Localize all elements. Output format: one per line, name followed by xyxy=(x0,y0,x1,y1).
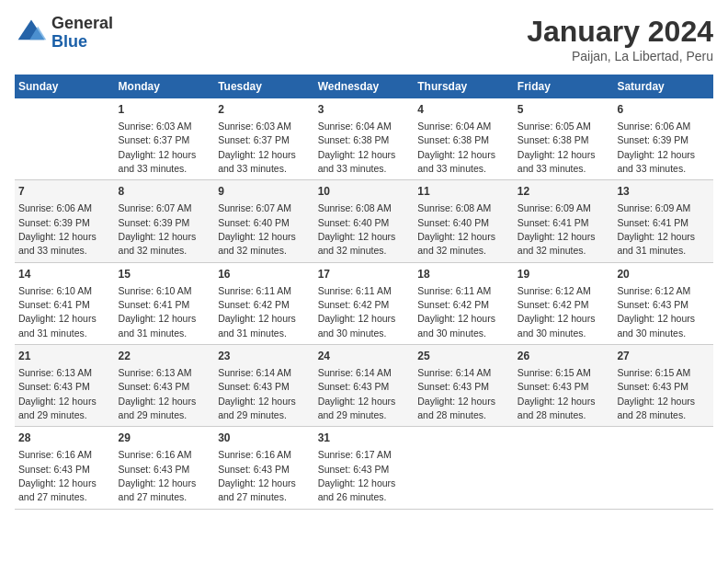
day-number: 10 xyxy=(318,184,411,200)
sunrise-text: Sunrise: 6:15 AM xyxy=(617,367,690,378)
sunrise-text: Sunrise: 6:09 AM xyxy=(518,202,591,213)
day-number: 18 xyxy=(417,267,510,282)
sunrise-text: Sunrise: 6:04 AM xyxy=(318,121,392,132)
sunset-text: Sunset: 6:42 PM xyxy=(318,299,390,310)
calendar-week-row: 14 Sunrise: 6:10 AM Sunset: 6:41 PM Dayl… xyxy=(15,262,713,344)
sunset-text: Sunset: 6:41 PM xyxy=(518,217,589,228)
sunrise-text: Sunrise: 6:09 AM xyxy=(617,202,690,213)
calendar-cell: 1 Sunrise: 6:03 AM Sunset: 6:37 PM Dayli… xyxy=(115,98,215,180)
sunrise-text: Sunrise: 6:11 AM xyxy=(218,285,291,296)
sunset-text: Sunset: 6:43 PM xyxy=(218,381,290,392)
sunset-text: Sunset: 6:40 PM xyxy=(318,217,390,228)
sunset-text: Sunset: 6:38 PM xyxy=(417,134,489,145)
sunrise-text: Sunrise: 6:17 AM xyxy=(318,449,392,460)
day-number: 11 xyxy=(417,184,510,200)
calendar-cell: 11 Sunrise: 6:08 AM Sunset: 6:40 PM Dayl… xyxy=(414,180,514,262)
sunset-text: Sunset: 6:39 PM xyxy=(617,134,688,145)
daylight-text: Daylight: 12 hours and 33 minutes. xyxy=(417,149,495,174)
daylight-text: Daylight: 12 hours and 27 minutes. xyxy=(119,477,197,502)
daylight-text: Daylight: 12 hours and 33 minutes. xyxy=(119,149,197,174)
sunrise-text: Sunrise: 6:07 AM xyxy=(119,202,192,213)
daylight-text: Daylight: 12 hours and 33 minutes. xyxy=(218,149,296,174)
sunset-text: Sunset: 6:43 PM xyxy=(18,381,90,392)
sunrise-text: Sunrise: 6:06 AM xyxy=(617,121,690,132)
sunset-text: Sunset: 6:43 PM xyxy=(119,464,190,475)
calendar-cell: 28 Sunrise: 6:16 AM Sunset: 6:43 PM Dayl… xyxy=(15,427,115,509)
sunrise-text: Sunrise: 6:08 AM xyxy=(318,202,392,213)
sunrise-text: Sunrise: 6:11 AM xyxy=(417,285,491,296)
calendar-cell: 25 Sunrise: 6:14 AM Sunset: 6:43 PM Dayl… xyxy=(414,345,514,427)
sunrise-text: Sunrise: 6:05 AM xyxy=(518,121,591,132)
calendar-cell: 31 Sunrise: 6:17 AM Sunset: 6:43 PM Dayl… xyxy=(314,427,415,509)
calendar-table: SundayMondayTuesdayWednesdayThursdayFrid… xyxy=(15,75,713,510)
weekday-header-monday: Monday xyxy=(115,75,215,98)
weekday-header-sunday: Sunday xyxy=(15,75,115,98)
day-number: 20 xyxy=(617,267,710,282)
calendar-cell: 16 Sunrise: 6:11 AM Sunset: 6:42 PM Dayl… xyxy=(214,262,314,344)
calendar-cell: 2 Sunrise: 6:03 AM Sunset: 6:37 PM Dayli… xyxy=(214,98,314,180)
weekday-header-thursday: Thursday xyxy=(414,75,514,98)
daylight-text: Daylight: 12 hours and 29 minutes. xyxy=(218,396,296,420)
day-number: 5 xyxy=(518,102,610,118)
day-number: 3 xyxy=(318,102,411,118)
daylight-text: Daylight: 12 hours and 31 minutes. xyxy=(18,313,97,338)
sunset-text: Sunset: 6:43 PM xyxy=(518,381,589,392)
daylight-text: Daylight: 12 hours and 30 minutes. xyxy=(518,313,596,338)
calendar-cell: 4 Sunrise: 6:04 AM Sunset: 6:38 PM Dayli… xyxy=(414,98,514,180)
sunrise-text: Sunrise: 6:08 AM xyxy=(417,202,491,213)
sunrise-text: Sunrise: 6:16 AM xyxy=(18,449,92,460)
sunrise-text: Sunrise: 6:10 AM xyxy=(119,285,192,296)
logo: GeneralBlue xyxy=(15,15,113,52)
calendar-cell: 7 Sunrise: 6:06 AM Sunset: 6:39 PM Dayli… xyxy=(15,180,115,262)
sunset-text: Sunset: 6:42 PM xyxy=(417,299,489,310)
day-number: 8 xyxy=(119,184,211,200)
day-number: 14 xyxy=(18,267,111,282)
daylight-text: Daylight: 12 hours and 32 minutes. xyxy=(318,231,396,256)
sunset-text: Sunset: 6:39 PM xyxy=(18,217,90,228)
sunrise-text: Sunrise: 6:14 AM xyxy=(218,367,291,378)
calendar-cell: 23 Sunrise: 6:14 AM Sunset: 6:43 PM Dayl… xyxy=(214,345,314,427)
day-number: 16 xyxy=(218,267,311,282)
daylight-text: Daylight: 12 hours and 28 minutes. xyxy=(617,396,695,420)
sunset-text: Sunset: 6:40 PM xyxy=(218,217,290,228)
sunrise-text: Sunrise: 6:12 AM xyxy=(617,285,690,296)
sunrise-text: Sunrise: 6:13 AM xyxy=(119,367,192,378)
calendar-cell: 10 Sunrise: 6:08 AM Sunset: 6:40 PM Dayl… xyxy=(314,180,415,262)
daylight-text: Daylight: 12 hours and 31 minutes. xyxy=(218,313,296,338)
day-number: 31 xyxy=(318,431,411,446)
day-number: 23 xyxy=(218,349,311,364)
day-number: 30 xyxy=(218,431,311,446)
calendar-cell: 19 Sunrise: 6:12 AM Sunset: 6:42 PM Dayl… xyxy=(514,262,614,344)
day-number: 6 xyxy=(617,102,710,118)
day-number: 29 xyxy=(119,431,211,446)
calendar-cell: 8 Sunrise: 6:07 AM Sunset: 6:39 PM Dayli… xyxy=(115,180,215,262)
calendar-cell: 30 Sunrise: 6:16 AM Sunset: 6:43 PM Dayl… xyxy=(214,427,314,509)
sunset-text: Sunset: 6:38 PM xyxy=(318,134,390,145)
sunrise-text: Sunrise: 6:15 AM xyxy=(518,367,591,378)
sunset-text: Sunset: 6:42 PM xyxy=(218,299,290,310)
calendar-cell: 14 Sunrise: 6:10 AM Sunset: 6:41 PM Dayl… xyxy=(15,262,115,344)
day-number: 12 xyxy=(518,184,610,200)
calendar-cell: 15 Sunrise: 6:10 AM Sunset: 6:41 PM Dayl… xyxy=(115,262,215,344)
calendar-cell: 21 Sunrise: 6:13 AM Sunset: 6:43 PM Dayl… xyxy=(15,345,115,427)
calendar-week-row: 28 Sunrise: 6:16 AM Sunset: 6:43 PM Dayl… xyxy=(15,427,713,509)
daylight-text: Daylight: 12 hours and 31 minutes. xyxy=(119,313,197,338)
weekday-header-saturday: Saturday xyxy=(613,75,713,98)
weekday-header-row: SundayMondayTuesdayWednesdayThursdayFrid… xyxy=(15,75,713,98)
calendar-cell: 29 Sunrise: 6:16 AM Sunset: 6:43 PM Dayl… xyxy=(115,427,215,509)
day-number: 24 xyxy=(318,349,411,364)
sunrise-text: Sunrise: 6:10 AM xyxy=(18,285,92,296)
sunset-text: Sunset: 6:43 PM xyxy=(18,464,90,475)
daylight-text: Daylight: 12 hours and 32 minutes. xyxy=(417,231,495,256)
sunset-text: Sunset: 6:43 PM xyxy=(617,299,688,310)
sunset-text: Sunset: 6:43 PM xyxy=(617,381,688,392)
sunrise-text: Sunrise: 6:03 AM xyxy=(119,121,192,132)
day-number: 1 xyxy=(119,102,211,118)
calendar-week-row: 21 Sunrise: 6:13 AM Sunset: 6:43 PM Dayl… xyxy=(15,345,713,427)
sunset-text: Sunset: 6:41 PM xyxy=(119,299,190,310)
weekday-header-tuesday: Tuesday xyxy=(214,75,314,98)
daylight-text: Daylight: 12 hours and 30 minutes. xyxy=(318,313,396,338)
day-number: 2 xyxy=(218,102,311,118)
calendar-cell: 26 Sunrise: 6:15 AM Sunset: 6:43 PM Dayl… xyxy=(514,345,614,427)
daylight-text: Daylight: 12 hours and 33 minutes. xyxy=(18,231,97,256)
